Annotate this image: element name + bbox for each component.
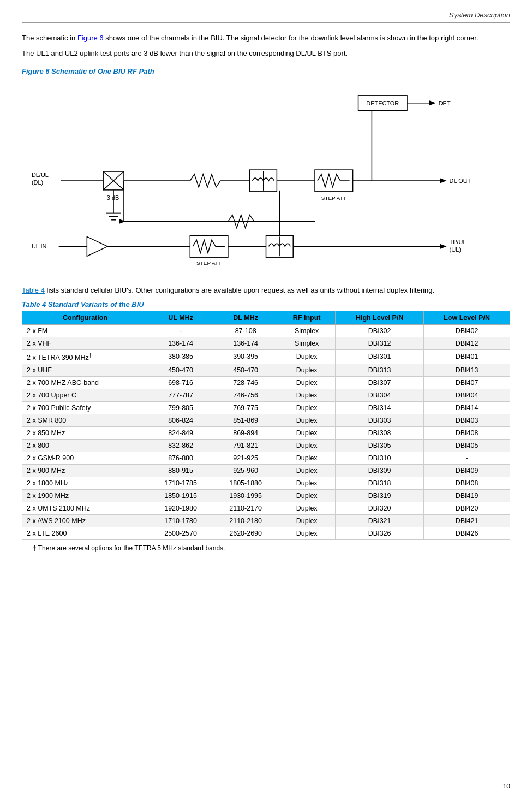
svg-text:TP/UL: TP/UL [450, 239, 467, 245]
figure6-link[interactable]: Figure 6 [77, 34, 104, 42]
table-row: 2 x 700 Upper C777-787746-756DuplexDBI30… [22, 389, 510, 401]
variants-table: Configuration UL MHz DL MHz RF Input Hig… [22, 311, 510, 540]
table-cell-9-2: 791-821 [213, 439, 278, 452]
table-cell-16-3: Duplex [278, 527, 336, 539]
table-intro: Table 4 lists standard cellular BIU's. O… [22, 285, 510, 296]
table-cell-14-4: DBI320 [336, 502, 424, 514]
svg-text:(DL): (DL) [32, 179, 43, 186]
intro-para2: The UL1 and UL2 uplink test ports are 3 … [22, 48, 510, 59]
table-row: 2 x 700 Public Safety799-805769-775Duple… [22, 401, 510, 414]
table-cell-2-5: DBI401 [424, 349, 510, 364]
table-cell-10-5: - [424, 452, 510, 464]
intro-para1: The schematic in Figure 6 shows one of t… [22, 33, 510, 44]
table-cell-12-5: DBI408 [424, 477, 510, 489]
table-cell-13-2: 1930-1995 [213, 489, 278, 502]
table-cell-0-5: DBI402 [424, 324, 510, 337]
table-cell-8-1: 824-849 [148, 426, 213, 439]
table-row: 2 x 900 MHz880-915925-960DuplexDBI309DBI… [22, 464, 510, 477]
col-header-configuration: Configuration [22, 311, 148, 324]
table-cell-2-3: Duplex [278, 349, 336, 364]
svg-text:(UL): (UL) [450, 246, 461, 253]
table-cell-1-4: DBI312 [336, 337, 424, 349]
table-cell-11-0: 2 x 900 MHz [22, 464, 148, 477]
table-cell-11-3: Duplex [278, 464, 336, 477]
figure-title: Figure 6 Schematic of One BIU RF Path [22, 67, 510, 75]
table-cell-13-3: Duplex [278, 489, 336, 502]
table-row: 2 x FM-87-108SimplexDBI302DBI402 [22, 324, 510, 337]
schematic-diagram: DETECTOR DET DL/UL (DL) 3 dB [22, 80, 510, 276]
table-cell-9-1: 832-862 [148, 439, 213, 452]
table-cell-8-3: Duplex [278, 426, 336, 439]
table-cell-10-2: 921-925 [213, 452, 278, 464]
svg-text:3 dB: 3 dB [107, 194, 119, 201]
table-cell-12-3: Duplex [278, 477, 336, 489]
svg-marker-32 [87, 236, 107, 256]
table-row: 2 x 700 MHZ ABC-band698-716728-746Duplex… [22, 376, 510, 389]
table-cell-16-0: 2 x LTE 2600 [22, 527, 148, 539]
table-cell-2-4: DBI301 [336, 349, 424, 364]
table-cell-7-0: 2 x SMR 800 [22, 414, 148, 426]
table-cell-0-4: DBI302 [336, 324, 424, 337]
table-cell-15-2: 2110-2180 [213, 514, 278, 527]
table-cell-4-4: DBI307 [336, 376, 424, 389]
col-header-ul-mhz: UL MHz [148, 311, 213, 324]
table-cell-7-1: 806-824 [148, 414, 213, 426]
table-cell-15-3: Duplex [278, 514, 336, 527]
table-cell-13-4: DBI319 [336, 489, 424, 502]
table-cell-12-4: DBI318 [336, 477, 424, 489]
table-cell-15-0: 2 x AWS 2100 MHz [22, 514, 148, 527]
svg-text:DL OUT: DL OUT [450, 177, 471, 184]
table-cell-15-4: DBI321 [336, 514, 424, 527]
col-header-rf-input: RF Input [278, 311, 336, 324]
page-number: 10 [503, 782, 510, 790]
table-cell-7-2: 851-869 [213, 414, 278, 426]
table-cell-6-3: Duplex [278, 401, 336, 414]
svg-text:DET: DET [439, 100, 451, 106]
table-cell-1-2: 136-174 [213, 337, 278, 349]
table-cell-14-3: Duplex [278, 502, 336, 514]
table-cell-1-5: DBI412 [424, 337, 510, 349]
svg-text:STEP ATT: STEP ATT [321, 195, 346, 201]
svg-text:UL IN: UL IN [32, 243, 47, 250]
table-row: 2 x 1900 MHz1850-19151930-1995DuplexDBI3… [22, 489, 510, 502]
table-row: 2 x 850 MHz824-849869-894DuplexDBI308DBI… [22, 426, 510, 439]
page-header: System Description [22, 11, 510, 23]
table-cell-9-0: 2 x 800 [22, 439, 148, 452]
table-cell-3-3: Duplex [278, 364, 336, 376]
table-cell-5-1: 777-787 [148, 389, 213, 401]
table-row: 2 x UMTS 2100 MHz1920-19802110-2170Duple… [22, 502, 510, 514]
table-cell-14-5: DBI420 [424, 502, 510, 514]
table-cell-10-3: Duplex [278, 452, 336, 464]
table-cell-8-5: DBI408 [424, 426, 510, 439]
table-cell-6-2: 769-775 [213, 401, 278, 414]
table-cell-4-2: 728-746 [213, 376, 278, 389]
table-cell-5-0: 2 x 700 Upper C [22, 389, 148, 401]
table-cell-2-1: 380-385 [148, 349, 213, 364]
table-cell-15-5: DBI421 [424, 514, 510, 527]
table-cell-16-2: 2620-2690 [213, 527, 278, 539]
table-cell-6-1: 799-805 [148, 401, 213, 414]
table-cell-10-1: 876-880 [148, 452, 213, 464]
footnote: † There are several options for the TETR… [22, 544, 510, 552]
table-cell-16-1: 2500-2570 [148, 527, 213, 539]
table-cell-16-4: DBI326 [336, 527, 424, 539]
table-cell-5-2: 746-756 [213, 389, 278, 401]
table-cell-1-0: 2 x VHF [22, 337, 148, 349]
table-cell-7-5: DBI403 [424, 414, 510, 426]
svg-text:STEP ATT: STEP ATT [196, 260, 222, 266]
table-cell-4-3: Duplex [278, 376, 336, 389]
table-cell-8-4: DBI308 [336, 426, 424, 439]
table-cell-11-4: DBI309 [336, 464, 424, 477]
table-cell-11-5: DBI409 [424, 464, 510, 477]
table-cell-0-3: Simplex [278, 324, 336, 337]
table-cell-3-5: DBI413 [424, 364, 510, 376]
table-cell-16-5: DBI426 [424, 527, 510, 539]
table-cell-0-2: 87-108 [213, 324, 278, 337]
table-cell-9-4: DBI305 [336, 439, 424, 452]
table-cell-1-1: 136-174 [148, 337, 213, 349]
table-cell-3-1: 450-470 [148, 364, 213, 376]
table-cell-14-1: 1920-1980 [148, 502, 213, 514]
table-cell-4-0: 2 x 700 MHZ ABC-band [22, 376, 148, 389]
table4-link[interactable]: Table 4 [22, 286, 45, 294]
table-cell-0-1: - [148, 324, 213, 337]
